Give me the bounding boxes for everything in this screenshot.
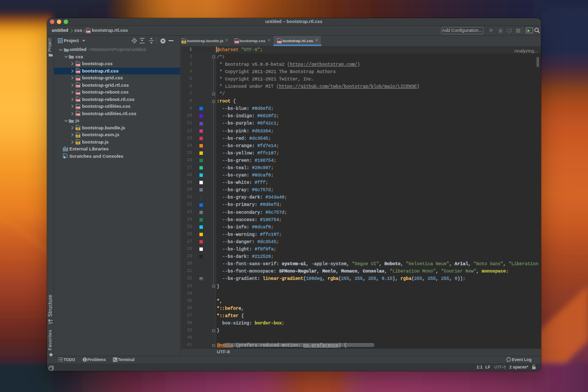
- svg-text:CSS: CSS: [75, 106, 80, 109]
- svg-text:CSS: CSS: [277, 40, 282, 43]
- svg-text:CSS: CSS: [75, 85, 80, 87]
- svg-text:JS: JS: [76, 135, 79, 137]
- svg-text:CSS: CSS: [75, 92, 80, 95]
- svg-text:JS: JS: [76, 127, 79, 130]
- svg-text:CSS: CSS: [75, 64, 80, 66]
- svg-text:CSS: CSS: [235, 40, 239, 43]
- svg-text:JS: JS: [76, 142, 79, 144]
- svg-text:CSS: CSS: [75, 71, 80, 73]
- svg-text:JS: JS: [182, 41, 185, 43]
- svg-text:CSS: CSS: [75, 99, 80, 101]
- svg-text:CSS: CSS: [75, 113, 80, 116]
- svg-text:CSS: CSS: [75, 78, 80, 80]
